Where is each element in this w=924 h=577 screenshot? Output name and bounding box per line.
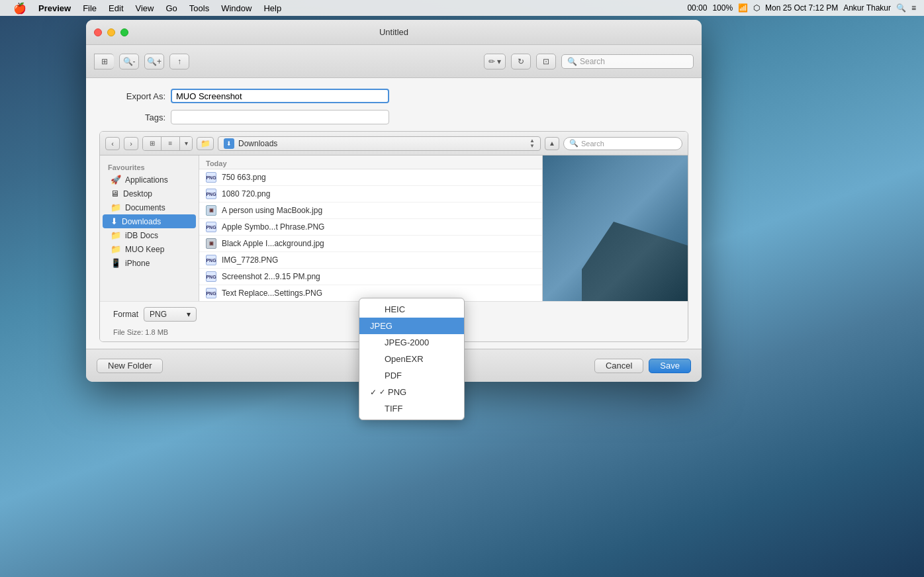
sidebar-item-desktop[interactable]: 🖥 Desktop (103, 187, 196, 200)
menu-view[interactable]: View (130, 2, 160, 15)
tags-input[interactable] (171, 110, 389, 124)
file-item[interactable]: ▣ A person using MacBook.jpg (199, 202, 542, 219)
desktop-icon: 🖥 (111, 189, 119, 199)
downloads-sidebar-icon: ⬇ (111, 216, 118, 226)
file-item[interactable]: PNG 1080 720.png (199, 186, 542, 202)
menu-help[interactable]: Help (258, 2, 287, 15)
browser-toolbar: ‹ › ⊞ ≡ ▾ 📁 ⬇ Downloads ▲ ▼ (100, 132, 688, 155)
menu-edit[interactable]: Edit (103, 2, 128, 15)
toolbar: ⊞ 🔍- 🔍+ ↑ ✏ ▾ ↻ ⊡ 🔍 Search (86, 45, 702, 78)
format-option-jpeg[interactable]: JPEG (359, 318, 464, 334)
browser-search[interactable]: 🔍 Search (563, 137, 682, 150)
file-item[interactable]: PNG Screenshot 2...9.15 PM.png (199, 269, 542, 285)
format-dropdown-button[interactable]: PNG ▾ (144, 307, 197, 322)
datetime: Mon 25 Oct 7:12 PM (765, 3, 838, 13)
icon-view-btn[interactable]: ⊞ (143, 137, 162, 150)
today-header: Today (199, 155, 542, 169)
file-item[interactable]: ▣ Black Apple I...ackground.jpg (199, 236, 542, 252)
file-name: 750 663.png (222, 173, 266, 182)
tags-label: Tags: (99, 112, 165, 122)
battery-pct: 100% (712, 3, 733, 13)
minimize-button[interactable] (107, 28, 115, 36)
sidebar-item-label: Desktop (123, 189, 152, 199)
sidebar-item-iphone[interactable]: 📱 iPhone (103, 256, 196, 270)
location-text: Downloads (238, 139, 277, 148)
downloads-icon: ⬇ (224, 138, 234, 149)
sidebar-item-downloads[interactable]: ⬇ Downloads (103, 214, 196, 228)
fullscreen-button[interactable] (120, 28, 128, 36)
menu-icon[interactable]: ≡ (911, 3, 916, 13)
file-name: IMG_7728.PNG (222, 255, 278, 265)
file-name: 1080 720.png (222, 189, 270, 199)
close-button[interactable] (94, 28, 102, 36)
rotate-btn[interactable]: ↻ (511, 54, 531, 69)
file-icon: ▣ (206, 205, 216, 216)
sidebar: Favourites 🚀 Applications 🖥 Desktop 📁 Do… (100, 155, 199, 301)
location-bar[interactable]: ⬇ Downloads ▲ ▼ (218, 136, 541, 151)
format-option-pdf[interactable]: PDF (359, 367, 464, 384)
sidebar-item-idb-docs[interactable]: 📁 iDB Docs (103, 228, 196, 242)
sidebar-item-documents[interactable]: 📁 Documents (103, 200, 196, 214)
sidebar-item-label: iDB Docs (125, 231, 158, 240)
new-folder-btn-small[interactable]: 📁 (197, 137, 214, 150)
documents-icon: 📁 (111, 202, 121, 212)
format-option-png[interactable]: ✓ PNG (359, 384, 464, 400)
file-name: Black Apple I...ackground.jpg (222, 239, 324, 248)
sidebar-item-label: Documents (125, 203, 165, 212)
apple-menu[interactable]: 🍎 (8, 2, 32, 15)
format-option-heic[interactable]: HEIC (359, 301, 464, 318)
forward-button[interactable]: › (124, 137, 138, 150)
app-name[interactable]: Preview (33, 2, 76, 15)
file-icon: PNG (206, 255, 216, 265)
browser-body: Favourites 🚀 Applications 🖥 Desktop 📁 Do… (100, 155, 688, 301)
annotate-btn[interactable]: ✏ ▾ (484, 54, 506, 69)
grid-view-btn[interactable]: ⊞ (94, 54, 114, 69)
new-folder-button[interactable]: New Folder (97, 359, 163, 373)
file-name: Screenshot 2...9.15 PM.png (222, 272, 320, 281)
cancel-button[interactable]: Cancel (594, 359, 643, 373)
file-icon: PNG (206, 271, 216, 282)
format-option-tiff[interactable]: TIFF (359, 400, 464, 417)
search-placeholder-small: Search (581, 140, 604, 148)
username: Ankur Thakur (843, 3, 891, 13)
menu-tools[interactable]: Tools (184, 2, 214, 15)
format-option-openexr[interactable]: OpenEXR (359, 351, 464, 367)
search-icon: 🔍 (567, 57, 577, 66)
share-btn[interactable]: ↑ (169, 54, 189, 69)
action-buttons: Cancel Save (594, 359, 691, 373)
zoom-in-btn[interactable]: 🔍+ (144, 54, 164, 69)
location-arrows: ▲ ▼ (530, 138, 535, 149)
sidebar-item-muo-keep[interactable]: 📁 MUO Keep (103, 242, 196, 256)
toolbar-search[interactable]: 🔍 Search (561, 54, 694, 69)
menu-go[interactable]: Go (160, 2, 182, 15)
iphone-icon: 📱 (111, 258, 121, 268)
menu-window[interactable]: Window (216, 2, 257, 15)
file-icon: ▣ (206, 238, 216, 249)
applications-icon: 🚀 (111, 175, 121, 185)
file-item[interactable]: PNG 750 663.png (199, 169, 542, 186)
format-label: Format (113, 310, 138, 319)
search-icon[interactable]: 🔍 (896, 3, 906, 13)
zoom-out-btn[interactable]: 🔍- (119, 54, 139, 69)
view-dropdown-btn[interactable]: ▾ (180, 137, 192, 150)
format-option-jpeg2000[interactable]: JPEG-2000 (359, 334, 464, 351)
window-title: Untitled (379, 27, 408, 37)
export-as-input[interactable] (171, 89, 389, 103)
traffic-lights (94, 28, 128, 36)
export-as-row: Export As: (99, 89, 688, 103)
sidebar-item-label: Applications (125, 175, 168, 185)
idb-docs-icon: 📁 (111, 230, 121, 240)
back-button[interactable]: ‹ (105, 137, 120, 150)
file-item[interactable]: PNG IMG_7728.PNG (199, 252, 542, 269)
file-icon: PNG (206, 288, 216, 298)
export-as-label: Export As: (99, 91, 165, 101)
menu-file[interactable]: File (77, 2, 102, 15)
list-view-btn[interactable]: ≡ (162, 137, 180, 150)
expand-btn[interactable]: ▲ (545, 137, 559, 150)
filesize-label: File Size: (113, 328, 143, 336)
crop-btn[interactable]: ⊡ (536, 54, 556, 69)
sidebar-item-applications[interactable]: 🚀 Applications (103, 173, 196, 187)
file-list: Today PNG 750 663.png PNG 1080 720.png ▣… (199, 155, 542, 301)
save-button[interactable]: Save (649, 359, 691, 373)
file-item[interactable]: PNG Apple Symbo...t Phrase.PNG (199, 219, 542, 236)
